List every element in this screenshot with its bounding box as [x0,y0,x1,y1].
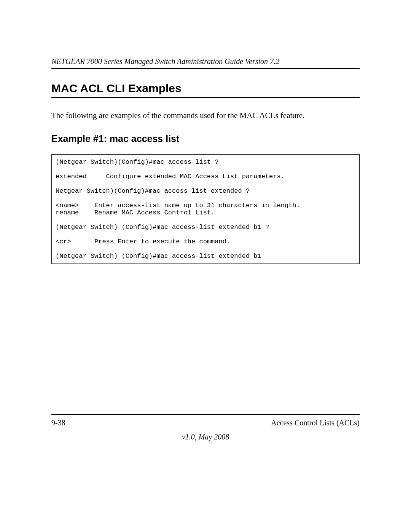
section-title: MAC ACL CLI Examples [51,82,360,98]
doc-version: v1.0, May 2008 [0,433,411,441]
running-head: NETGEAR 7000 Series Managed Switch Admin… [51,57,360,69]
page-number: 9-38 [51,419,65,427]
chapter-name: Access Control Lists (ACLs) [271,419,360,427]
code-block: (Netgear Switch)(Config)#mac access-list… [51,154,360,264]
section-intro: The following are examples of the comman… [51,111,360,120]
document-page: NETGEAR 7000 Series Managed Switch Admin… [0,0,411,532]
page-footer: 9-38 Access Control Lists (ACLs) [51,414,360,427]
example-title: Example #1: mac access list [51,133,360,144]
